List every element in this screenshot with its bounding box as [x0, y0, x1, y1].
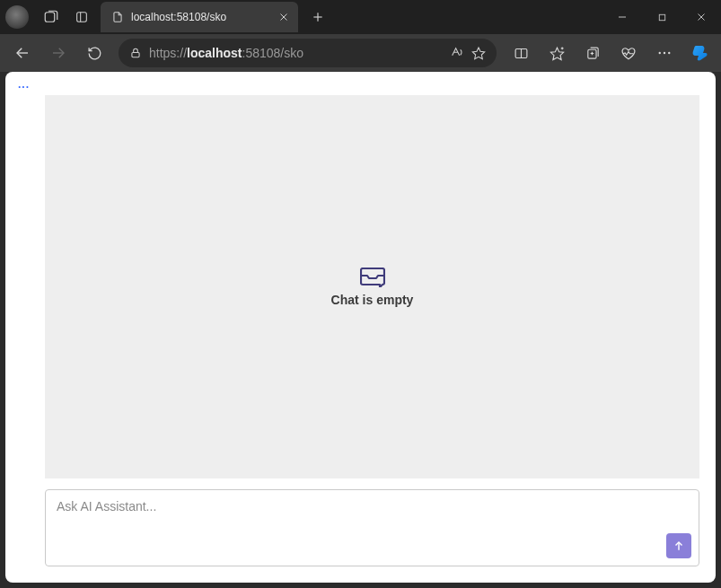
tab-actions-icon[interactable]	[66, 0, 97, 34]
forward-button	[41, 37, 75, 69]
read-aloud-icon[interactable]	[450, 46, 464, 60]
url-text: https://localhost:58108/sko	[149, 46, 443, 60]
url-host: localhost	[187, 46, 242, 60]
tab-title: localhost:58108/sko	[131, 11, 226, 23]
settings-more-icon[interactable]	[647, 37, 681, 69]
page-viewport: ··· Chat is empty	[5, 72, 716, 583]
svg-rect-13	[132, 52, 139, 57]
empty-state-text: Chat is empty	[331, 293, 414, 307]
svg-marker-17	[550, 48, 563, 59]
send-button[interactable]	[666, 533, 691, 558]
page-file-icon	[111, 11, 124, 23]
address-bar[interactable]: https://localhost:58108/sko	[119, 39, 497, 67]
window-maximize-button[interactable]	[642, 0, 681, 34]
refresh-button[interactable]	[77, 37, 111, 69]
empty-inbox-icon	[360, 268, 385, 287]
url-scheme: https://	[149, 46, 187, 60]
svg-rect-8	[659, 14, 664, 20]
favorite-star-icon[interactable]	[471, 46, 486, 60]
chat-history-pane: Chat is empty	[45, 95, 699, 478]
browser-toolbar: https://localhost:58108/sko	[0, 34, 721, 72]
svg-rect-0	[45, 13, 55, 22]
browser-tab[interactable]: localhost:58108/sko	[101, 2, 298, 32]
window-minimize-button[interactable]	[602, 0, 642, 34]
svg-point-25	[668, 52, 670, 54]
favorites-icon[interactable]	[540, 37, 574, 69]
page-more-menu[interactable]: ···	[13, 79, 35, 95]
browser-essentials-icon[interactable]	[611, 37, 646, 69]
collections-icon[interactable]	[576, 37, 610, 69]
window-close-button[interactable]	[681, 0, 721, 34]
split-screen-icon[interactable]	[504, 37, 538, 69]
workspaces-icon[interactable]	[36, 0, 66, 34]
close-tab-icon[interactable]	[278, 12, 289, 22]
url-path: :58108/sko	[242, 46, 304, 60]
new-tab-button[interactable]	[303, 3, 332, 31]
site-info-lock-icon[interactable]	[129, 47, 142, 59]
chat-input[interactable]	[57, 499, 688, 557]
profile-avatar[interactable]	[5, 5, 29, 29]
copilot-button[interactable]	[685, 38, 716, 68]
svg-marker-14	[472, 48, 484, 59]
svg-rect-1	[77, 13, 87, 22]
svg-point-23	[659, 52, 661, 54]
chat-composer	[45, 489, 699, 566]
browser-title-bar: localhost:58108/sko	[0, 0, 721, 34]
svg-point-24	[664, 52, 665, 54]
back-button[interactable]	[5, 37, 40, 69]
